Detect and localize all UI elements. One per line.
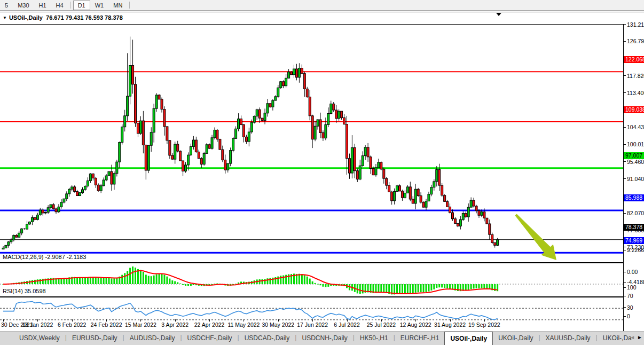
price-tick-label: 131.210 [627,21,644,28]
date-tick-label[interactable]: 11 May 2022 [227,322,260,328]
price-tick-label: 117.820 [627,73,644,79]
rsi-tick-mark [624,316,626,317]
tabbar-left-padding [0,332,14,345]
rsi-tick-mark [624,307,626,308]
tab-scroll-right-icon[interactable]: ► [637,334,642,340]
price-tick-label: 91.040 [627,176,644,182]
macd-tick-label: 9.2266 [627,247,644,253]
price-tick-label: 82.070 [627,210,644,216]
chart-tab-usdcnh-daily[interactable]: USDCNH-,Daily [296,332,352,345]
date-tick-label[interactable]: 18 Jan 2022 [22,322,53,328]
price-tick-label: 104.430 [627,124,644,130]
rsi-tick-label: 70 [627,293,633,299]
chart-tab-bar: USDX,Weekly|EURUSD-,Daily|AUDUSD-,Daily|… [0,331,644,345]
tab-scroll-left-icon[interactable]: ◄ [630,334,635,340]
timeframe-button-H1[interactable]: H1 [34,1,51,10]
timeframe-button-H4[interactable]: H4 [51,1,68,10]
tab-scroll-buttons: ◄► [630,334,642,340]
timeframe-button-5[interactable]: 5 [0,1,13,10]
chart-tab-eurchf-h1[interactable]: EURCHF-,H1 [395,332,445,345]
price-tick-label: 126.790 [627,38,644,44]
toolbar-separator [70,2,71,9]
chart-tab-audusd-daily[interactable]: AUDUSD-,Daily [124,332,180,345]
price-tick-mark [624,127,626,128]
date-tick-label[interactable]: 6 Jul 2022 [334,322,359,328]
price-level-flag: 85.988 [624,194,644,201]
macd-tick-mark [624,282,626,283]
price-tick-mark [624,144,626,145]
chart-tab-usdchf-daily[interactable]: USDCHF-,Daily [182,332,238,345]
terminal-window: 5M30H1H4D1W1MN ▼USOil-,Daily 76.671 79.4… [0,0,644,345]
date-tick-label[interactable]: 25 Jul 2022 [367,322,396,328]
date-tick-label[interactable]: 30 May 2022 [262,322,294,328]
timeframe-button-D1[interactable]: D1 [73,1,90,10]
macd-indicator-label: MACD(12,26,9) -2.9087 -2.1183 [3,254,86,260]
date-tick-label[interactable]: 24 Feb 2022 [91,322,122,328]
timeframe-toolbar: 5M30H1H4D1W1MN [0,0,644,11]
price-tick-mark [624,213,626,214]
rsi-indicator-label: RSI(14) 35.0598 [3,288,46,294]
date-tick-label[interactable]: 12 Aug 2022 [400,322,431,328]
price-tick-mark [624,75,626,76]
price-tick-label: 113.400 [627,90,644,96]
chart-window [0,12,644,331]
price-tick-label: 95.460 [627,159,644,165]
date-tick-label[interactable]: 15 Mar 2022 [125,322,156,328]
chart-tab-hk50-h1[interactable]: HK50-,H1 [355,332,394,345]
date-tick-label[interactable]: 6 Feb 2022 [58,322,86,328]
price-tick-mark [624,41,626,42]
price-tick-label: 100.010 [627,141,644,147]
date-tick-label[interactable]: 3 Apr 2022 [161,322,189,328]
rsi-tick-mark [624,287,626,288]
price-level-flag: 109.038 [624,106,644,113]
price-tick-mark [624,24,626,25]
price-level-flag: 74.969 [624,237,644,244]
trend-arrow-annotation[interactable] [507,208,566,267]
price-level-flag: 78.378 [624,224,644,231]
chart-title: ▼USOil-,Daily 76.671 79.431 76.593 78.37… [3,14,123,21]
rsi-tick-label: 30 [627,304,633,311]
macd-tick-mark [624,250,626,250]
chart-tab-usdcad-daily[interactable]: USDCAD-,Daily [239,332,295,345]
macd-tick-mark [624,272,626,272]
chart-tab-usoil-daily[interactable]: USOil-,Daily [444,332,493,345]
date-tick-label[interactable]: 19 Sep 2022 [468,322,500,328]
price-level-flag: 122.068 [624,56,644,63]
chart-tab-xauusd-daily[interactable]: XAUUSD-,Daily [540,332,596,345]
rsi-tick-label: 0 [627,313,630,319]
timeframe-button-MN[interactable]: MN [108,1,127,10]
chart-tab-ukoil-daily[interactable]: UKOil-,Daily [493,332,538,345]
toolbar-separator [129,2,130,9]
macd-tick-label: 0.00 [627,269,638,275]
symbol-collapse-icon[interactable]: ▼ [3,15,7,20]
timeframe-button-W1[interactable]: W1 [90,1,109,10]
price-tick-mark [624,178,626,179]
date-tick-label[interactable]: 17 Jun 2022 [297,322,328,328]
price-tick-mark [624,92,626,93]
rsi-tick-label: 100 [627,284,637,291]
macd-panel-canvas [0,263,623,297]
date-tick-label[interactable]: 31 Aug 2022 [434,322,466,328]
price-tick-mark [624,247,626,247]
price-level-flag: 97.007 [624,152,644,159]
price-tick-mark [624,161,626,162]
chart-shift-marker-icon[interactable] [494,12,504,18]
rsi-tick-mark [624,296,626,296]
timeframe-button-M30[interactable]: M30 [13,1,34,10]
date-tick-label[interactable]: 22 Apr 2022 [194,322,225,328]
chart-tab-eurusd-daily[interactable]: EURUSD-,Daily [67,332,123,345]
chart-symbol-label: USOil-,Daily [9,14,43,21]
macd-panel-divider[interactable] [0,296,644,297]
price-axis [623,24,644,342]
chart-ohlc-values: 76.671 79.431 76.593 78.378 [46,14,123,21]
chart-tab-usdx-weekly[interactable]: USDX,Weekly [14,332,65,345]
